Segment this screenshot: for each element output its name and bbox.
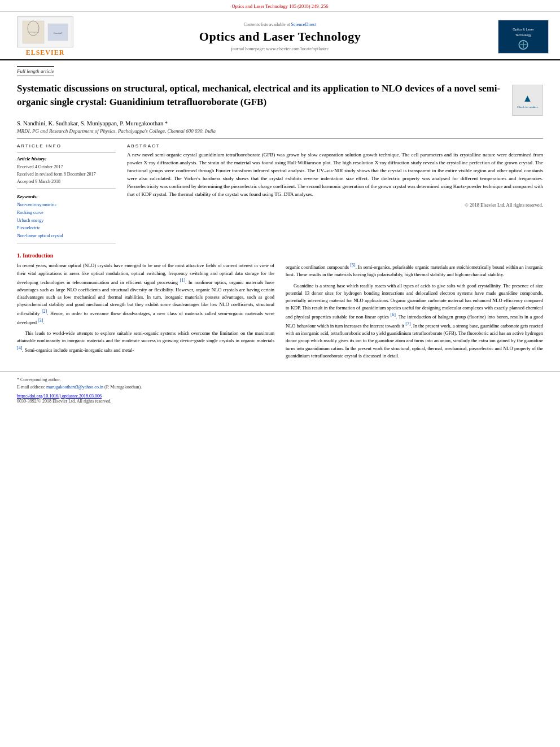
elsevier-image: Journal [17,16,73,47]
intro-col2-para-2: Guanidine is a strong base which readily… [286,282,543,360]
doi-link[interactable]: https://doi.org/10.1016/j.optlastec.2018… [17,394,102,399]
divider-kw-bottom [17,243,116,243]
article-section: Full length article Systematic discussio… [0,60,560,247]
journal-ref-text: Optics and Laser Technology 105 (2018) 2… [231,3,328,9]
footer: * Corresponding author. E-mail address: … [0,372,560,407]
authors-line: S. Nandhini, K. Sudhakar, S. Muniyappan,… [17,120,543,126]
journal-title-area: Contents lists available at ScienceDirec… [79,22,481,51]
email-suffix: (P. Murugakoothan). [104,385,142,390]
ref-4[interactable]: [4] [17,346,22,351]
journal-homepage: journal homepage: www.elsevier.com/locat… [79,46,481,51]
check-updates-label: Check for updates [517,106,537,108]
received-date: Received 4 October 2017 [17,164,116,171]
keyword-3[interactable]: Urbach energy [17,217,116,225]
article-title: Systematic discussions on structural, op… [17,82,506,109]
email-link[interactable]: murugakoothant3@yahoo.co.in [46,385,103,390]
intro-col-2: organic coordination compounds [5]. In s… [286,262,543,363]
journal-reference: Optics and Laser Technology 105 (2018) 2… [0,0,560,12]
intro-section-label: Introduction [23,252,53,259]
sciencedirect-line: Contents lists available at ScienceDirec… [79,22,481,27]
intro-para-1: In recent years, nonlinear optical (NLO)… [17,262,274,326]
affiliation-line: MRDI, PG and Research Department of Phys… [17,128,543,134]
divider-kw [17,189,116,189]
elsevier-logo: Journal ELSEVIER [11,16,79,57]
intro-col-1: In recent years, nonlinear optical (NLO)… [17,262,274,363]
publisher-logo-area: Journal ELSEVIER [11,16,79,57]
article-info-header: ARTICLE INFO [17,143,116,148]
svg-text:Technology: Technology [515,33,532,37]
intro-section-title: 1. Introduction [17,252,543,259]
keyword-5[interactable]: Non-linear optical crystal [17,232,116,240]
body-content: 1. Introduction In recent years, nonline… [0,247,560,369]
divider-info [17,152,116,152]
abstract-col: ABSTRACT A new novel semi-organic crysta… [127,143,543,247]
article-info-col: ARTICLE INFO Article history: Received 4… [17,143,116,247]
article-type-label: Full length article [17,66,54,76]
corresponding-note: * Corresponding author. [17,377,61,382]
intro-two-col: In recent years, nonlinear optical (NLO)… [17,262,543,363]
divider-1 [17,138,543,139]
keyword-1[interactable]: Non-centrosymmetric [17,201,116,209]
doi-line: https://doi.org/10.1016/j.optlastec.2018… [17,394,543,399]
article-title-row: Systematic discussions on structural, op… [17,82,543,116]
footnote-email: E-mail address: murugakoothant3@yahoo.co… [17,384,543,391]
copyright-line: © 2018 Elsevier Ltd. All rights reserved… [127,202,543,208]
ref-5[interactable]: [5] [350,263,355,268]
history-label: Article history: [17,156,116,161]
page: Optics and Laser Technology 105 (2018) 2… [0,0,560,747]
intro-section-number: 1. [17,252,21,259]
accepted-date: Accepted 9 March 2018 [17,178,116,186]
footnote-corresponding: * Corresponding author. [17,377,543,384]
info-abstract-cols: ARTICLE INFO Article history: Received 4… [17,143,543,247]
revised-date: Received in revised form 8 December 2017 [17,171,116,178]
journal-name: Optics and Laser Technology [79,29,481,44]
journal-logo: Optics & Laser Technology [498,20,549,54]
ref-1[interactable]: [1] [180,278,185,283]
abstract-header: ABSTRACT [127,143,543,148]
keyword-4[interactable]: Piezoelectric [17,224,116,232]
ref-3[interactable]: [3] [38,318,43,323]
journal-header: Journal ELSEVIER Contents lists availabl… [0,12,560,60]
keywords-label: Keywords: [17,194,116,199]
ref-6[interactable]: [6] [391,312,396,317]
ref-7[interactable]: [7] [405,321,410,326]
journal-logo-area: Optics & Laser Technology [481,20,549,54]
svg-text:Journal: Journal [54,32,62,34]
intro-col2-para-1: organic coordination compounds [5]. In s… [286,262,543,278]
abstract-text: A new novel semi-organic crystal guanidi… [127,151,543,199]
intro-para-2: This leads to world-wide attempts to exp… [17,330,274,353]
check-updates-icon: ▲ [523,93,533,104]
ref-2[interactable]: [2] [42,309,47,314]
keyword-2[interactable]: Rocking curve [17,209,116,217]
elsevier-text: ELSEVIER [26,49,65,57]
check-updates-badge: ▲ Check for updates [512,85,543,116]
issn-line: 0030-3992/© 2018 Elsevier Ltd. All right… [17,399,543,404]
sciencedirect-link[interactable]: ScienceDirect [291,22,317,27]
svg-text:Optics & Laser: Optics & Laser [513,28,534,32]
email-label: E-mail address: [17,385,45,390]
authors-text: S. Nandhini, K. Sudhakar, S. Muniyappan,… [17,120,168,126]
